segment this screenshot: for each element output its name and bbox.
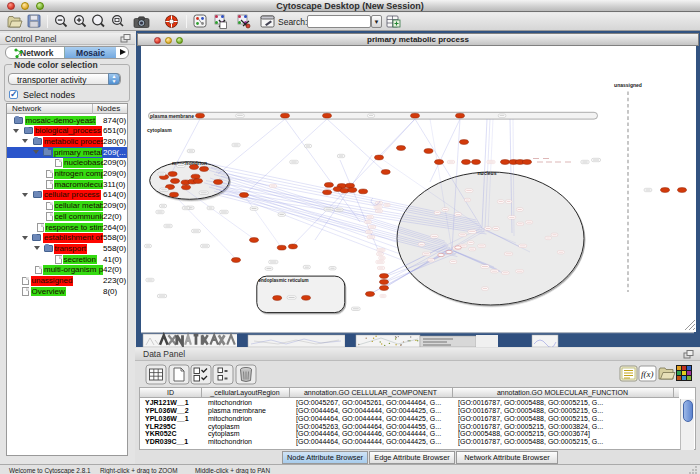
svg-text:plasma membrane: plasma membrane [150,113,194,119]
svg-text:unassigned: unassigned [614,82,642,88]
svg-text:endoplasmic reticulum: endoplasmic reticulum [259,278,309,283]
svg-text:nucleus: nucleus [478,170,497,176]
svg-text:f(x): f(x) [641,369,654,379]
svg-text:cytoplasm: cytoplasm [147,127,172,133]
